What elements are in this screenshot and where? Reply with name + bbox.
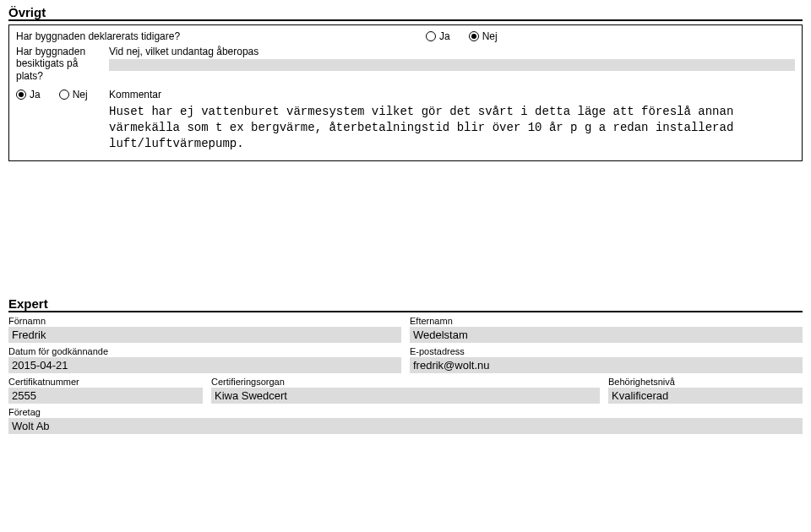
cert-value: 2555 [8, 388, 203, 404]
radio-label-ja: Ja [439, 30, 450, 42]
undantag-label: Vid nej, vilket undantag åberopas [109, 46, 795, 57]
efternamn-label: Efternamn [410, 316, 803, 326]
ovrigt-box: Har byggnaden deklarerats tidigare? Ja N… [8, 24, 803, 161]
radio-besiktigats-group: Ja Nej [16, 89, 101, 100]
radio-besiktigats-ja[interactable]: Ja [16, 89, 41, 100]
field-behorighetsniva: Behörighetsnivå Kvalificerad [608, 377, 803, 404]
expert-heading: Expert [8, 296, 803, 312]
datum-value: 2015-04-21 [8, 357, 401, 373]
radio-icon [16, 90, 26, 100]
ovrigt-section: Övrigt Har byggnaden deklarerats tidigar… [8, 5, 803, 161]
cert-label: Certifikatnummer [8, 377, 203, 387]
radio-icon [59, 90, 69, 100]
fornamn-label: Förnamn [8, 316, 401, 326]
question-deklarerats: Har byggnaden deklarerats tidigare? [16, 30, 426, 42]
radio-besiktigats-nej[interactable]: Nej [59, 89, 88, 100]
radio-label-nej: Nej [73, 89, 88, 100]
kommentar-label: Kommentar [109, 89, 795, 100]
epost-value: fredrik@wolt.nu [410, 357, 803, 373]
expert-row-foretag: Företag Wolt Ab [8, 407, 803, 434]
field-certifieringsorgan: Certifieringsorgan Kiwa Swedcert [211, 377, 600, 404]
undantag-input[interactable] [109, 59, 795, 71]
undantag-field: Vid nej, vilket undantag åberopas [109, 46, 795, 71]
kommentar-text: Huset har ej vattenburet värmesystem vil… [109, 104, 795, 152]
field-foretag: Företag Wolt Ab [8, 407, 803, 434]
niva-value: Kvalificerad [608, 388, 803, 404]
organ-value: Kiwa Swedcert [211, 388, 600, 404]
radio-deklarerats-nej[interactable]: Nej [469, 30, 498, 42]
foretag-label: Företag [8, 407, 803, 417]
expert-section: Expert Förnamn Fredrik Efternamn Wedelst… [8, 296, 803, 434]
radio-icon [469, 31, 479, 41]
kommentar-field: Kommentar Huset har ej vattenburet värme… [109, 89, 795, 152]
ovrigt-heading: Övrigt [8, 5, 803, 21]
row-besiktigats: Har byggnaden besiktigats på plats? Vid … [16, 46, 795, 82]
row-kommentar: Ja Nej Kommentar Huset har ej vattenbure… [16, 89, 795, 152]
question-besiktigats: Har byggnaden besiktigats på plats? [16, 46, 101, 82]
efternamn-value: Wedelstam [410, 327, 803, 343]
row-deklarerats: Har byggnaden deklarerats tidigare? Ja N… [16, 30, 795, 42]
field-efternamn: Efternamn Wedelstam [410, 316, 803, 343]
field-certifikatnummer: Certifikatnummer 2555 [8, 377, 203, 404]
field-fornamn: Förnamn Fredrik [8, 316, 401, 343]
expert-row-name: Förnamn Fredrik Efternamn Wedelstam [8, 316, 803, 343]
foretag-value: Wolt Ab [8, 418, 803, 434]
expert-row-datum-epost: Datum för godkännande 2015-04-21 E-posta… [8, 346, 803, 373]
datum-label: Datum för godkännande [8, 346, 401, 356]
epost-label: E-postadress [410, 346, 803, 356]
expert-row-cert: Certifikatnummer 2555 Certifieringsorgan… [8, 377, 803, 404]
radio-icon [426, 31, 436, 41]
radio-label-ja: Ja [30, 89, 41, 100]
organ-label: Certifieringsorgan [211, 377, 600, 387]
field-epost: E-postadress fredrik@wolt.nu [410, 346, 803, 373]
fornamn-value: Fredrik [8, 327, 401, 343]
field-datum: Datum för godkännande 2015-04-21 [8, 346, 401, 373]
radio-deklarerats-ja[interactable]: Ja [426, 30, 450, 42]
niva-label: Behörighetsnivå [608, 377, 803, 387]
radio-label-nej: Nej [482, 30, 498, 42]
